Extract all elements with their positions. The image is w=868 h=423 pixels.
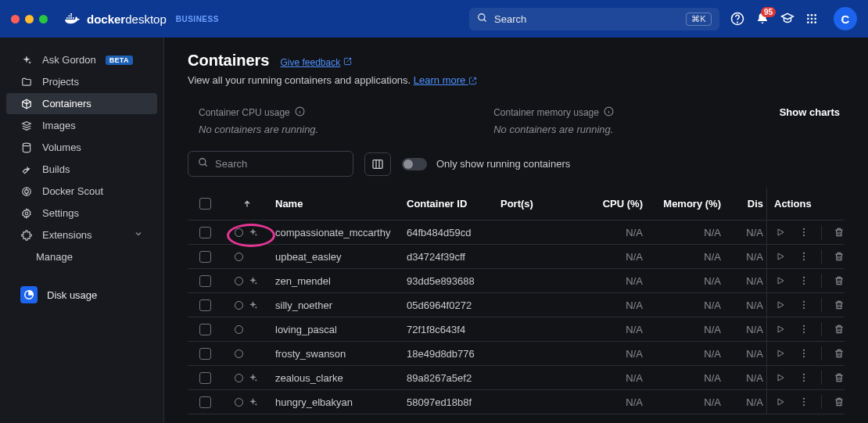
sidebar-item-settings[interactable]: Settings (6, 203, 157, 224)
table-row[interactable]: loving_pascal72f1f8c643f4N/AN/AN/A (188, 317, 845, 342)
more-actions-button[interactable] (794, 320, 813, 339)
more-actions-button[interactable] (794, 271, 813, 290)
help-button[interactable] (730, 12, 744, 26)
play-button[interactable] (771, 296, 790, 314)
table-row[interactable]: compassionate_mccarthy64fb484d59cdN/AN/A… (188, 220, 845, 245)
svg-point-38 (802, 301, 804, 303)
table-row[interactable]: upbeat_easleyd34724f39cffN/AN/AN/A (188, 245, 845, 269)
notifications-button[interactable]: 95 (755, 12, 769, 26)
sidebar-item-manage[interactable]: Manage (0, 246, 163, 267)
learning-button[interactable] (780, 12, 794, 26)
close-window-button[interactable] (11, 15, 20, 23)
page-title: Containers (188, 52, 269, 70)
col-header-name[interactable]: Name (272, 198, 404, 210)
sidebar-item-label: Builds (42, 163, 70, 175)
row-checkbox[interactable] (199, 299, 211, 311)
row-checkbox[interactable] (199, 372, 211, 384)
folder-icon (20, 77, 33, 88)
show-charts-button[interactable]: Show charts (780, 106, 845, 118)
column-settings-button[interactable] (364, 152, 391, 176)
row-checkbox[interactable] (199, 348, 211, 360)
play-button[interactable] (771, 271, 790, 290)
more-actions-button[interactable] (794, 368, 813, 387)
delete-button[interactable] (830, 223, 848, 242)
sidebar-item-builds[interactable]: Builds (6, 159, 157, 180)
col-header-container-id[interactable]: Container ID (404, 198, 497, 210)
status-icon (235, 398, 243, 407)
svg-point-15 (25, 189, 29, 193)
cell-container-id: 05d6964f0272 (404, 299, 497, 311)
apps-grid-button[interactable] (805, 13, 818, 25)
delete-button[interactable] (830, 344, 848, 363)
play-button[interactable] (771, 247, 790, 266)
cell-container-id: 89a8267a5ef2 (404, 372, 497, 384)
global-search[interactable]: Search ⌘K (469, 8, 719, 30)
row-checkbox[interactable] (199, 251, 211, 263)
delete-button[interactable] (830, 247, 848, 266)
col-header-ports[interactable]: Port(s) (497, 198, 576, 210)
col-header-memory[interactable]: Memory (%) (646, 198, 724, 210)
table-row[interactable]: zealous_clarke89a8267a5ef2N/AN/AN/A (188, 366, 845, 390)
col-header-disk[interactable]: Dis (724, 198, 766, 210)
sidebar-ext-disk-usage[interactable]: Disk usage (6, 281, 157, 308)
play-button[interactable] (771, 223, 790, 242)
delete-button[interactable] (830, 296, 848, 314)
sidebar-item-extensions[interactable]: Extensions (6, 224, 157, 246)
row-checkbox[interactable] (199, 324, 211, 335)
give-feedback-link[interactable]: Give feedback (280, 57, 352, 68)
play-button[interactable] (771, 368, 790, 387)
sidebar-item-volumes[interactable]: Volumes (6, 137, 157, 158)
cell-cpu: N/A (576, 227, 646, 238)
cell-memory: N/A (646, 299, 724, 311)
row-checkbox[interactable] (199, 227, 211, 238)
table-row[interactable]: silly_noether05d6964f0272N/AN/AN/A (188, 293, 845, 317)
row-checkbox[interactable] (199, 275, 211, 287)
play-button[interactable] (771, 320, 790, 339)
sidebar-item-label: Ask Gordon (42, 54, 96, 66)
table-row[interactable]: zen_mendel93dd5e893688N/AN/AN/A (188, 269, 845, 293)
cell-cpu: N/A (576, 275, 646, 287)
minimize-window-button[interactable] (25, 15, 34, 23)
user-avatar[interactable]: C (834, 7, 857, 30)
play-button[interactable] (771, 393, 790, 411)
play-button[interactable] (771, 344, 790, 363)
delete-button[interactable] (830, 271, 848, 290)
sidebar-item-projects[interactable]: Projects (6, 71, 157, 92)
delete-button[interactable] (830, 393, 848, 411)
more-actions-button[interactable] (794, 296, 813, 314)
more-actions-button[interactable] (794, 247, 813, 266)
more-actions-button[interactable] (794, 393, 813, 411)
table-row[interactable]: hungry_elbakyan58097ed18b8fN/AN/AN/A (188, 390, 845, 414)
memory-usage-block: Container memory usage No containers are… (482, 106, 614, 135)
select-all-checkbox[interactable] (199, 198, 211, 210)
cell-actions (766, 247, 852, 266)
sort-indicator[interactable] (222, 199, 272, 209)
delete-button[interactable] (830, 368, 848, 387)
info-icon[interactable] (604, 106, 614, 119)
learn-more-link[interactable]: Learn more (414, 74, 477, 86)
info-icon[interactable] (295, 106, 305, 119)
col-header-cpu[interactable]: CPU (%) (576, 198, 646, 210)
maximize-window-button[interactable] (39, 15, 48, 23)
memory-usage-text: No containers are running. (493, 124, 614, 135)
sidebar-item-ask-gordon[interactable]: Ask Gordon BETA (6, 49, 157, 70)
sidebar-item-containers[interactable]: Containers (6, 93, 157, 114)
delete-button[interactable] (830, 320, 848, 339)
cell-memory: N/A (646, 324, 724, 335)
sidebar-item-docker-scout[interactable]: Docker Scout (6, 181, 157, 202)
svg-point-50 (802, 374, 804, 375)
svg-point-8 (811, 18, 813, 20)
more-actions-button[interactable] (794, 344, 813, 363)
cell-disk: N/A (724, 372, 766, 384)
cell-memory: N/A (646, 227, 724, 238)
svg-point-4 (807, 14, 809, 16)
container-filter-input[interactable]: Search (188, 151, 353, 177)
cell-memory: N/A (646, 396, 724, 408)
sidebar-item-images[interactable]: Images (6, 115, 157, 136)
table-row[interactable]: frosty_swanson18e49d8db776N/AN/AN/A (188, 342, 845, 366)
svg-point-43 (802, 328, 804, 330)
row-checkbox[interactable] (199, 396, 211, 408)
more-actions-button[interactable] (794, 223, 813, 242)
running-only-toggle[interactable] (402, 158, 427, 170)
feedback-icon (343, 57, 352, 68)
